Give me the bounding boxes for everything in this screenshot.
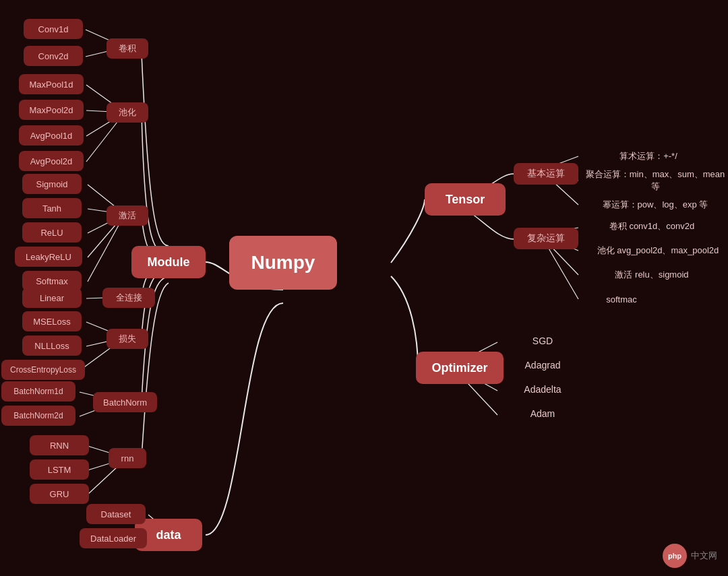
leakyrelu: LeakyReLU bbox=[15, 247, 82, 267]
batchnorm1d: BatchNorm1d bbox=[1, 381, 75, 402]
group-quanlianjie: 全连接 bbox=[102, 288, 155, 308]
arith-op: 算术运算：+-*/ bbox=[581, 147, 716, 166]
aggregate-op: 聚合运算：min、max、sum、mean 等 bbox=[581, 171, 728, 190]
tanh: Tanh bbox=[22, 198, 82, 218]
group-chihua: 池化 bbox=[107, 102, 148, 123]
php-logo: php bbox=[663, 544, 687, 568]
tensor-node: Tensor bbox=[425, 183, 506, 216]
maxpool2d: MaxPool2d bbox=[19, 100, 84, 120]
activation-op: 激活 relu、sigmoid bbox=[581, 265, 723, 284]
sigmoid: Sigmoid bbox=[22, 174, 82, 194]
nllloss: NLLLoss bbox=[22, 335, 82, 356]
gru: GRU bbox=[30, 484, 89, 504]
conv-op: 卷积 conv1d、conv2d bbox=[581, 217, 723, 236]
module-node: Module bbox=[131, 246, 206, 278]
adagrad: Adagrad bbox=[509, 356, 576, 375]
conv1d: Conv1d bbox=[24, 19, 83, 39]
maxpool1d: MaxPool1d bbox=[19, 74, 84, 94]
sgd: SGD bbox=[509, 331, 576, 350]
group-juanji: 卷积 bbox=[107, 38, 148, 59]
softmac-op: softmac bbox=[581, 290, 662, 309]
group-sunshi: 损失 bbox=[107, 329, 148, 349]
rnn-node: RNN bbox=[30, 435, 89, 455]
adam: Adam bbox=[509, 404, 576, 423]
site-label: 中文网 bbox=[691, 550, 717, 562]
dataloader: DataLoader bbox=[80, 528, 147, 548]
mseloss: MSELoss bbox=[22, 311, 82, 331]
group-batchnorm: BatchNorm bbox=[93, 392, 157, 412]
group-jiben: 基本运算 bbox=[514, 163, 578, 185]
relu: ReLU bbox=[22, 222, 82, 243]
center-node: Numpy bbox=[229, 236, 337, 290]
avgpool2d: AvgPool2d bbox=[19, 151, 84, 171]
watermark: php 中文网 bbox=[663, 544, 717, 568]
group-jihuo: 激活 bbox=[107, 205, 148, 226]
linear: Linear bbox=[22, 288, 82, 308]
dataset: Dataset bbox=[86, 504, 146, 524]
adadelta: Adadelta bbox=[509, 380, 576, 399]
optimizer-node: Optimizer bbox=[416, 352, 504, 384]
group-rnn: rnn bbox=[109, 448, 146, 468]
batchnorm2d: BatchNorm2d bbox=[1, 406, 75, 426]
pool-op: 池化 avg_pool2d、max_pool2d bbox=[581, 241, 728, 260]
avgpool1d: AvgPool1d bbox=[19, 125, 84, 146]
conv2d: Conv2d bbox=[24, 46, 83, 66]
power-op: 幂运算：pow、log、exp 等 bbox=[581, 195, 728, 214]
group-fuza: 复杂运算 bbox=[514, 228, 578, 249]
lstm: LSTM bbox=[30, 459, 89, 480]
crossentropyloss: CrossEntropyLoss bbox=[1, 360, 85, 380]
